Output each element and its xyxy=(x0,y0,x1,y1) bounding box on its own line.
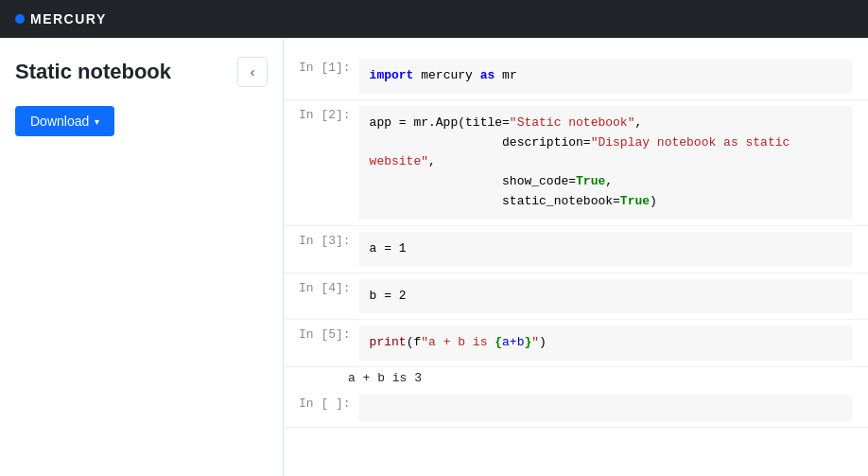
code-text: show_code=True, xyxy=(370,174,613,188)
code-text: a = 1 xyxy=(370,241,407,256)
cell-5-label: In [5]: xyxy=(299,326,358,342)
cell-3-label: In [3]: xyxy=(299,232,358,248)
notebook-area: In [1]: import mercury as mr In [2]: app… xyxy=(284,38,868,476)
code-text: mr xyxy=(502,68,517,82)
sidebar: Static notebook ‹ Download ▾ xyxy=(0,38,284,476)
navbar-logo: MERCURY xyxy=(15,11,107,26)
code-text: mercury xyxy=(421,68,479,82)
code-text: static_notebook=True) xyxy=(370,194,657,208)
cell-5-output: a + b is 3 xyxy=(284,367,868,389)
cell-2-content: app = mr.App(title="Static notebook", de… xyxy=(358,106,853,220)
cell-1-content: import mercury as mr xyxy=(358,59,853,94)
cell-6: In [ ]: xyxy=(284,389,868,428)
code-text: b = 2 xyxy=(370,289,407,303)
cell-2-label: In [2]: xyxy=(299,106,358,122)
cell-5-content: print(f"a + b is {a+b}") xyxy=(358,326,853,361)
code-func: print xyxy=(370,335,407,349)
page-title: Static notebook xyxy=(15,60,171,84)
navbar: MERCURY xyxy=(0,0,868,38)
cell-1-label: In [1]: xyxy=(299,59,358,75)
cell-6-label: In [ ]: xyxy=(299,395,358,411)
cell-3-content: a = 1 xyxy=(358,232,853,267)
cell-1: In [1]: import mercury as mr xyxy=(284,53,868,100)
chevron-left-icon: ‹ xyxy=(251,64,255,79)
code-text: app = mr.App(title="Static notebook", xyxy=(370,115,643,130)
collapse-sidebar-button[interactable]: ‹ xyxy=(237,57,268,87)
mercury-dot-icon xyxy=(15,14,25,24)
download-button-label: Download xyxy=(30,114,89,129)
cell-2: In [2]: app = mr.App(title="Static noteb… xyxy=(284,100,868,226)
cell-5: In [5]: print(f"a + b is {a+b}") xyxy=(284,320,868,367)
cell-4-content: b = 2 xyxy=(358,279,853,314)
keyword-as: as xyxy=(480,68,495,82)
keyword-import: import xyxy=(370,68,414,82)
cell-4: In [4]: b = 2 xyxy=(284,273,868,321)
app-layout: Static notebook ‹ Download ▾ In [1]: imp… xyxy=(0,38,868,476)
download-button[interactable]: Download ▾ xyxy=(15,106,114,136)
sidebar-header: Static notebook ‹ xyxy=(15,57,268,87)
cell-4-label: In [4]: xyxy=(299,279,358,295)
cell-6-content xyxy=(358,395,853,421)
dropdown-arrow-icon: ▾ xyxy=(95,116,99,127)
code-text: description="Display notebook as static … xyxy=(370,135,790,169)
navbar-brand: MERCURY xyxy=(30,11,107,26)
output-text: a + b is 3 xyxy=(348,371,422,385)
code-text: (f"a + b is {a+b}") xyxy=(407,335,547,349)
cell-3: In [3]: a = 1 xyxy=(284,226,868,273)
